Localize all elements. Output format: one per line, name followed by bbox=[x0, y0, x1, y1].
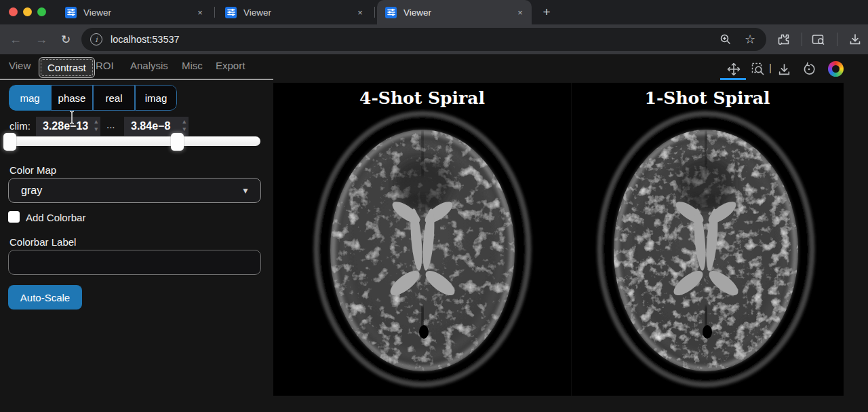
nav-tabs-underline bbox=[0, 79, 273, 80]
save-image-icon[interactable] bbox=[776, 61, 792, 77]
component-button-group: mag phase real imag bbox=[9, 85, 177, 111]
clim-max-value: 3.84e−8 bbox=[131, 120, 170, 132]
colormap-label: Color Map bbox=[9, 164, 56, 176]
bookmark-star-icon[interactable]: ☆ bbox=[742, 31, 758, 48]
toolbar-separator bbox=[802, 33, 802, 46]
colorbar-label-input[interactable] bbox=[8, 250, 261, 275]
tab-search-icon[interactable] bbox=[810, 31, 827, 48]
browser-toolbar: ← → ↻ i localhost:53537 ☆ bbox=[0, 24, 868, 54]
tab-close-icon[interactable]: × bbox=[514, 6, 526, 18]
phase-button[interactable]: phase bbox=[51, 85, 93, 111]
colorbar-label-title: Colorbar Label bbox=[9, 236, 76, 248]
browser-tab-1[interactable]: Viewer × bbox=[57, 0, 212, 24]
pan-tool-icon[interactable] bbox=[726, 61, 742, 77]
spinner-arrows-icon[interactable]: ▴▾ bbox=[94, 118, 98, 133]
forward-button[interactable]: → bbox=[33, 31, 50, 48]
text-cursor-pointer bbox=[67, 110, 77, 125]
clim-range-slider-track[interactable] bbox=[5, 136, 260, 146]
viewer-app-favicon bbox=[225, 7, 237, 18]
clim-min-value: 3.28e−13 bbox=[43, 120, 88, 132]
tab-roi[interactable]: ROI bbox=[96, 60, 114, 71]
browser-tab-strip: Viewer × Viewer × Viewer × + bbox=[0, 0, 868, 24]
tab-misc[interactable]: Misc bbox=[182, 60, 203, 71]
subplot-4shot[interactable]: 4-Shot Spiral bbox=[273, 83, 572, 396]
tab-separator bbox=[374, 7, 375, 18]
address-bar[interactable]: i localhost:53537 ☆ bbox=[81, 28, 766, 51]
tab-analysis[interactable]: Analysis bbox=[130, 60, 168, 71]
clim-slider-handle-min[interactable] bbox=[3, 133, 16, 151]
imag-button[interactable]: imag bbox=[135, 85, 177, 111]
url-text[interactable]: localhost:53537 bbox=[111, 34, 717, 45]
tab-title: Viewer bbox=[403, 7, 514, 18]
window-minimize-button[interactable] bbox=[23, 7, 32, 16]
tab-title: Viewer bbox=[243, 7, 354, 18]
colormap-select[interactable]: gray ▼ bbox=[8, 178, 261, 203]
modebar-separator: | bbox=[769, 62, 772, 73]
tab-close-icon[interactable]: × bbox=[194, 6, 206, 18]
reset-view-icon[interactable] bbox=[801, 61, 817, 77]
zoom-level-icon[interactable] bbox=[717, 31, 734, 48]
back-button[interactable]: ← bbox=[7, 31, 24, 48]
brain-mri-image bbox=[307, 105, 538, 393]
brain-mri-image bbox=[591, 105, 821, 393]
window-zoom-button[interactable] bbox=[37, 7, 46, 16]
extensions-puzzle-icon[interactable] bbox=[774, 31, 792, 48]
viewer-logo-icon[interactable] bbox=[828, 61, 844, 77]
box-zoom-tool-icon[interactable] bbox=[750, 61, 766, 77]
viewer-page: View Contrast ROI Analysis Misc Export | bbox=[0, 54, 868, 412]
tab-close-icon[interactable]: × bbox=[354, 6, 366, 18]
tab-export[interactable]: Export bbox=[216, 60, 245, 71]
tab-title: Viewer bbox=[83, 7, 194, 18]
real-button[interactable]: real bbox=[93, 85, 135, 111]
new-tab-button[interactable]: + bbox=[538, 3, 555, 21]
browser-tab-3-active[interactable]: Viewer × bbox=[377, 0, 532, 24]
add-colorbar-label: Add Colorbar bbox=[26, 212, 85, 223]
image-viewer-canvas[interactable]: 4-Shot Spiral bbox=[273, 83, 844, 396]
chevron-down-icon: ▼ bbox=[241, 186, 250, 195]
auto-scale-button[interactable]: Auto-Scale bbox=[8, 285, 82, 310]
tab-view[interactable]: View bbox=[9, 60, 31, 71]
spinner-arrows-icon[interactable]: ▴▾ bbox=[182, 118, 186, 133]
mag-button[interactable]: mag bbox=[9, 85, 51, 111]
colormap-selected-value: gray bbox=[21, 185, 241, 197]
clim-label: clim: bbox=[9, 120, 31, 132]
active-tool-underline bbox=[720, 78, 746, 80]
browser-tab-2[interactable]: Viewer × bbox=[217, 0, 372, 24]
clim-slider-handle-max[interactable] bbox=[171, 133, 184, 151]
add-colorbar-checkbox[interactable] bbox=[8, 211, 20, 223]
tab-separator bbox=[214, 7, 215, 18]
viewer-app-favicon bbox=[65, 7, 77, 18]
toolbar-separator bbox=[837, 33, 837, 46]
reload-button[interactable]: ↻ bbox=[57, 31, 75, 48]
clim-range-separator: ... bbox=[106, 119, 115, 130]
tab-contrast[interactable]: Contrast bbox=[39, 57, 95, 78]
subplot-1shot[interactable]: 1-Shot Spiral bbox=[572, 83, 843, 396]
viewer-app-favicon bbox=[385, 7, 397, 18]
window-close-button[interactable] bbox=[9, 7, 18, 16]
site-info-icon[interactable]: i bbox=[90, 33, 102, 45]
downloads-icon[interactable] bbox=[846, 31, 864, 48]
